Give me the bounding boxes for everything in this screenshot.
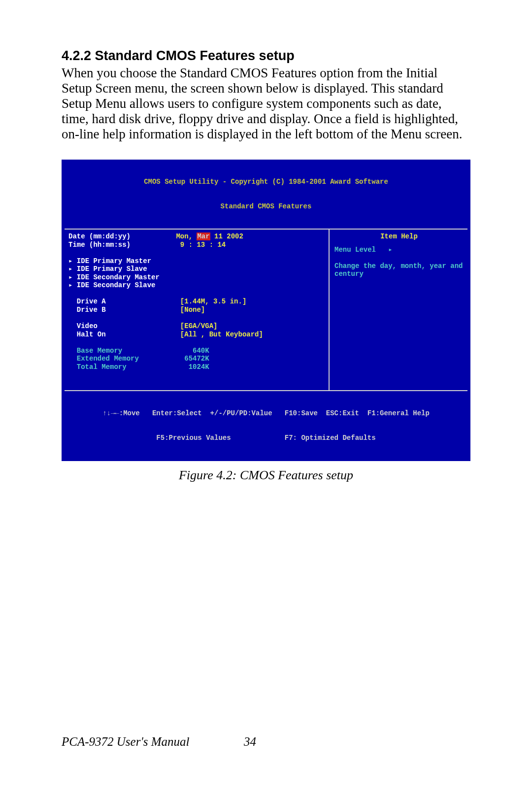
bios-base-memory: Base Memory 640K [68, 347, 325, 355]
bios-help-title: Item Help [334, 232, 464, 241]
bios-menu-level: Menu Level ▸ [334, 246, 464, 254]
bios-drive-b[interactable]: Drive B [None] [68, 306, 325, 314]
figure-caption: Figure 4.2: CMOS Features setup [62, 468, 470, 483]
bios-header-line1: CMOS Setup Utility - Copyright (C) 1984-… [62, 178, 470, 186]
bios-screenshot: CMOS Setup Utility - Copyright (C) 1984-… [62, 160, 470, 461]
footer-page-number: 34 [244, 735, 256, 749]
bios-help-text: Change the day, month, year and century [334, 262, 464, 278]
bios-halt-on[interactable]: Halt On [All , But Keyboard] [68, 331, 325, 339]
bios-ide-secondary-slave[interactable]: ▸ IDE Secondary Slave [68, 281, 325, 290]
bios-footer-line2: F5:Previous Values F7: Optimized Default… [62, 434, 470, 442]
bios-footer-line1: ↑↓→←:Move Enter:Select +/-/PU/PD:Value F… [62, 409, 470, 418]
bios-total-memory: Total Memory 1024K [68, 363, 325, 371]
footer-doc-title: PCA-9372 User's Manual [62, 735, 190, 749]
bios-date-highlight[interactable]: Mar [197, 232, 210, 240]
bios-extended-memory: Extended Memory 65472K [68, 355, 325, 363]
bios-video[interactable]: Video [EGA/VGA] [68, 322, 325, 331]
bios-date-row: Date (mm:dd:yy) Mon, Mar 11 2002 [68, 232, 325, 241]
bios-ide-primary-slave[interactable]: ▸ IDE Primary Slave [68, 265, 325, 273]
bios-drive-a[interactable]: Drive A [1.44M, 3.5 in.] [68, 298, 325, 306]
section-heading: 4.2.2 Standard CMOS Features setup [62, 48, 470, 64]
bios-time-row: Time (hh:mm:ss) 9 : 13 : 14 [68, 241, 325, 249]
bios-ide-primary-master[interactable]: ▸ IDE Primary Master [68, 257, 325, 266]
bios-header-line2: Standard CMOS Features [62, 202, 470, 211]
bios-ide-secondary-master[interactable]: ▸ IDE Secondary Master [68, 273, 325, 282]
section-body: When you choose the Standard CMOS Featur… [62, 66, 470, 142]
